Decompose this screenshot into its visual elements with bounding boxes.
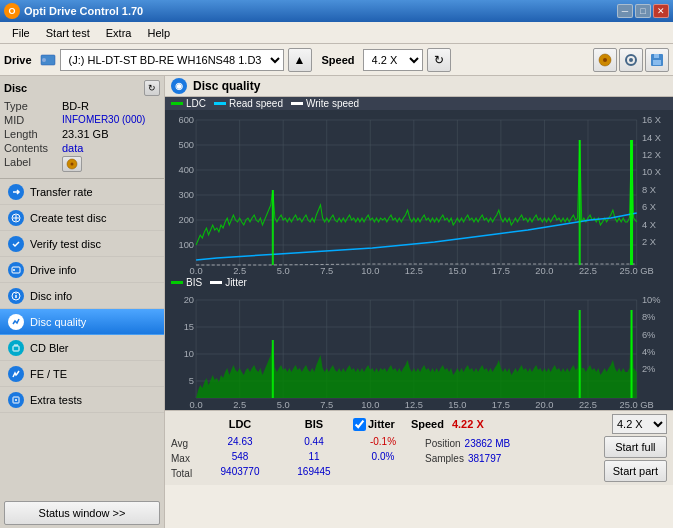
- stats-bis-header: BIS: [279, 418, 349, 430]
- stats-jitter-avg: -0.1%: [353, 436, 413, 450]
- jitter-checkbox[interactable]: [353, 418, 366, 431]
- disc-type-label: Type: [4, 100, 62, 112]
- drive-label: Drive: [4, 54, 32, 66]
- disc-refresh-button[interactable]: ↻: [144, 80, 160, 96]
- speed-output-select[interactable]: 4.2 X: [612, 414, 667, 434]
- nav-disc-quality[interactable]: Disc quality: [0, 309, 164, 335]
- legend-jitter-color: [210, 281, 222, 284]
- legend-read-speed: Read speed: [214, 98, 283, 109]
- menu-help[interactable]: Help: [139, 25, 178, 41]
- main-content: Disc ↻ Type BD-R MID INFOMER30 (000) Len…: [0, 76, 673, 528]
- nav-create-test-disc[interactable]: Create test disc: [0, 205, 164, 231]
- svg-point-3: [603, 58, 607, 62]
- legend-bis: BIS: [171, 277, 202, 288]
- bottom-chart-legend: BIS Jitter: [165, 275, 673, 290]
- stats-avg-label: Avg: [171, 436, 201, 450]
- top-chart-legend: LDC Read speed Write speed: [165, 97, 673, 110]
- legend-ldc-color: [171, 102, 183, 105]
- svg-text:4 X: 4 X: [642, 220, 656, 230]
- chart-header-icon: ◉: [171, 78, 187, 94]
- save-button[interactable]: [645, 48, 669, 72]
- nav-fe-te[interactable]: FE / TE: [0, 361, 164, 387]
- legend-write-speed: Write speed: [291, 98, 359, 109]
- start-full-button[interactable]: Start full: [604, 436, 667, 458]
- disc-panel: Disc ↻ Type BD-R MID INFOMER30 (000) Len…: [0, 76, 164, 179]
- top-chart: 600 500 400 300 200 100 16 X 14 X 12 X 1…: [165, 110, 673, 275]
- stats-position-col: Position 23862 MB Samples 381797: [425, 436, 510, 482]
- disc-button[interactable]: [593, 48, 617, 72]
- speed-label: Speed: [322, 54, 355, 66]
- nav-icon-transfer-rate: [8, 184, 24, 200]
- menu-bar: File Start test Extra Help: [0, 22, 673, 44]
- nav-cd-bler[interactable]: CD Bler: [0, 335, 164, 361]
- svg-text:6 X: 6 X: [642, 202, 656, 212]
- drive-select[interactable]: (J:) HL-DT-ST BD-RE WH16NS48 1.D3: [60, 49, 284, 71]
- stats-speed-label: Speed: [411, 418, 444, 430]
- bottom-chart-svg: 20 15 10 5 10% 8% 6% 4% 2% 0.0 2.5 5.0 7…: [165, 290, 673, 410]
- stats-samples-label: Samples: [425, 453, 464, 464]
- svg-text:12 X: 12 X: [642, 150, 661, 160]
- menu-file[interactable]: File: [4, 25, 38, 41]
- close-button[interactable]: ✕: [653, 4, 669, 18]
- svg-text:2%: 2%: [642, 364, 655, 374]
- disc-panel-title: Disc: [4, 82, 27, 94]
- svg-text:10.0: 10.0: [361, 266, 379, 275]
- svg-text:10: 10: [184, 349, 194, 359]
- legend-write-speed-color: [291, 102, 303, 105]
- svg-text:6%: 6%: [642, 330, 655, 340]
- svg-point-5: [629, 58, 633, 62]
- disc-mid-label: MID: [4, 114, 62, 126]
- svg-text:17.5: 17.5: [492, 400, 510, 410]
- svg-rect-8: [654, 54, 659, 58]
- stats-ldc-total: 9403770: [205, 466, 275, 480]
- chart-area: ◉ Disc quality LDC Read speed Write spee…: [165, 76, 673, 528]
- legend-bis-label: BIS: [186, 277, 202, 288]
- minimize-button[interactable]: ─: [617, 4, 633, 18]
- maximize-button[interactable]: □: [635, 4, 651, 18]
- eject-button[interactable]: ▲: [288, 48, 312, 72]
- svg-text:5.0: 5.0: [277, 400, 290, 410]
- legend-ldc: LDC: [171, 98, 206, 109]
- nav-verify-test-disc[interactable]: Verify test disc: [0, 231, 164, 257]
- stats-ldc-avg: 24.63: [205, 436, 275, 450]
- svg-text:100: 100: [178, 240, 194, 250]
- svg-rect-19: [13, 346, 19, 351]
- refresh-button[interactable]: ↻: [427, 48, 451, 72]
- svg-text:2.5: 2.5: [233, 400, 246, 410]
- svg-text:4%: 4%: [642, 347, 655, 357]
- settings-button[interactable]: [619, 48, 643, 72]
- title-bar: O Opti Drive Control 1.70 ─ □ ✕: [0, 0, 673, 22]
- stats-pos-value: 23862 MB: [465, 438, 511, 449]
- status-window-button[interactable]: Status window >>: [4, 501, 160, 525]
- disc-label-row: Label: [4, 156, 160, 172]
- svg-text:0.0: 0.0: [190, 400, 203, 410]
- disc-label-button[interactable]: [62, 156, 82, 172]
- menu-start-test[interactable]: Start test: [38, 25, 98, 41]
- stats-pos-label: Position: [425, 438, 461, 449]
- stats-jitter-col: -0.1% 0.0%: [353, 436, 413, 482]
- svg-text:17.5: 17.5: [492, 266, 510, 275]
- nav-icon-fe-te: [8, 366, 24, 382]
- start-part-button[interactable]: Start part: [604, 460, 667, 482]
- nav-disc-info[interactable]: Disc info: [0, 283, 164, 309]
- legend-write-speed-label: Write speed: [306, 98, 359, 109]
- speed-select[interactable]: 4.2 X: [363, 49, 423, 71]
- nav-label-extra-tests: Extra tests: [30, 394, 82, 406]
- svg-text:7.5: 7.5: [320, 400, 333, 410]
- nav-icon-disc-quality: [8, 314, 24, 330]
- menu-extra[interactable]: Extra: [98, 25, 140, 41]
- top-chart-svg: 600 500 400 300 200 100 16 X 14 X 12 X 1…: [165, 110, 673, 275]
- stats-row-labels: Avg Max Total: [171, 436, 201, 482]
- svg-text:20: 20: [184, 295, 194, 305]
- stats-bis-avg: 0.44: [279, 436, 349, 450]
- legend-jitter-label: Jitter: [225, 277, 247, 288]
- nav-transfer-rate[interactable]: Transfer rate: [0, 179, 164, 205]
- nav-icon-drive-info: [8, 262, 24, 278]
- nav-icon-disc-info: [8, 288, 24, 304]
- nav-icon-verify-test-disc: [8, 236, 24, 252]
- stats-bis-max: 11: [279, 451, 349, 465]
- svg-text:14 X: 14 X: [642, 133, 661, 143]
- svg-point-10: [71, 163, 74, 166]
- nav-drive-info[interactable]: Drive info: [0, 257, 164, 283]
- nav-extra-tests[interactable]: Extra tests: [0, 387, 164, 413]
